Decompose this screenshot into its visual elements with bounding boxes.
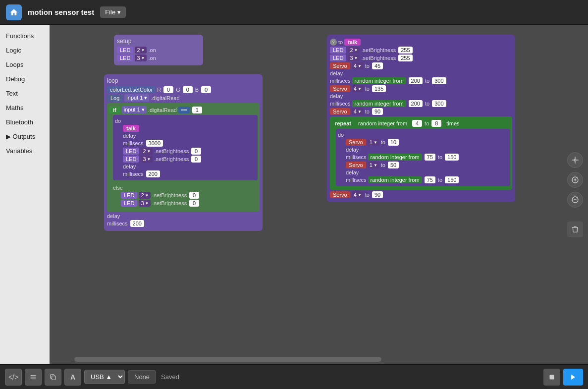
- if-val[interactable]: 1: [192, 107, 202, 113]
- crosshair-button[interactable]: [567, 152, 583, 168]
- canvas-area[interactable]: setup LED 2 .on LED 3 .on loop colorLed.…: [50, 25, 588, 364]
- else-block: else LED 2 .setBrightness 0 LED 3 .setBr…: [109, 182, 258, 210]
- b-val[interactable]: 0: [201, 86, 211, 93]
- servo1-val2[interactable]: 50: [388, 162, 399, 168]
- led-keyword: LED: [117, 47, 133, 54]
- rand3-to[interactable]: 8: [431, 120, 441, 127]
- repeat-row: repeat random integer from 4 to 8 times: [332, 119, 510, 127]
- g-val[interactable]: 0: [183, 86, 193, 93]
- led2-else-val[interactable]: 0: [189, 192, 199, 199]
- sidebar-item-bluetooth[interactable]: Bluetooth: [0, 115, 50, 129]
- stop-button[interactable]: [543, 369, 560, 386]
- home-button[interactable]: [6, 4, 22, 20]
- talk-led2-dropdown[interactable]: 2: [348, 47, 360, 54]
- sidebar-item-variables[interactable]: Variables: [0, 144, 50, 158]
- servo4-dropdown3[interactable]: 4: [352, 108, 364, 115]
- led3-dropdown[interactable]: 3: [135, 55, 147, 61]
- rand2-from[interactable]: 200: [409, 100, 423, 107]
- ms2-row: millisecs 200: [115, 170, 256, 177]
- font-button[interactable]: A: [64, 369, 81, 386]
- sidebar-item-functions[interactable]: Functions: [0, 29, 50, 43]
- do-kw: do: [115, 118, 121, 124]
- rand5-to[interactable]: 150: [445, 176, 459, 183]
- servo4-final-dropdown[interactable]: 4: [352, 191, 364, 198]
- trash-button[interactable]: [567, 222, 583, 237]
- setup-row-2: LED 3 .on: [117, 55, 200, 61]
- servo1-dropdown1[interactable]: 1: [368, 139, 379, 146]
- if-input-dropdown[interactable]: input 1 ▾: [122, 106, 147, 113]
- servo4-final-val[interactable]: 90: [372, 191, 383, 198]
- colorled-kw: colorLed.setColor: [107, 86, 156, 93]
- svg-rect-13: [52, 376, 56, 380]
- colorled-row: colorLed.setColor R 0 G 0 B 0: [107, 86, 260, 93]
- right-controls: [567, 152, 583, 237]
- sidebar-item-maths[interactable]: Maths: [0, 101, 50, 115]
- sidebar-item-outputs[interactable]: ▶ Outputs: [0, 129, 50, 144]
- horizontal-scrollbar[interactable]: [74, 357, 381, 362]
- rand3-from[interactable]: 4: [412, 120, 422, 127]
- repeat-ms1-row: millisecs random integer from 75 to 150: [338, 154, 508, 161]
- eq-box[interactable]: ==: [178, 107, 190, 113]
- servo4-row2: Servo 4 to 135: [330, 85, 512, 92]
- talk-led3-dropdown[interactable]: 3: [348, 55, 360, 61]
- r-val[interactable]: 0: [163, 86, 173, 93]
- none-select[interactable]: None: [128, 370, 156, 384]
- led3-set1-dropdown[interactable]: 3: [141, 156, 153, 163]
- loop-ms-val[interactable]: 200: [130, 220, 144, 227]
- servo1-dropdown2[interactable]: 1: [368, 162, 379, 168]
- rand1-to[interactable]: 300: [432, 77, 446, 84]
- zoom-in-button[interactable]: [567, 172, 583, 188]
- rand2-to[interactable]: 300: [432, 100, 446, 107]
- delay2-row: delay: [330, 93, 512, 99]
- main-area: Functions Logic Loops Debug Text Maths B…: [0, 25, 588, 364]
- repeat-ms2-row: millisecs random integer from 75 to 150: [338, 176, 508, 183]
- copy-button[interactable]: [45, 369, 61, 386]
- led2-set1-val[interactable]: 0: [191, 148, 201, 155]
- svg-point-0: [574, 159, 576, 161]
- rand4-from[interactable]: 75: [425, 154, 435, 161]
- rand4-to[interactable]: 150: [445, 154, 459, 161]
- servo4-val2[interactable]: 135: [372, 85, 386, 92]
- servo4-dropdown1[interactable]: 4: [352, 62, 364, 69]
- rand1-from[interactable]: 200: [409, 77, 423, 84]
- zoom-out-button[interactable]: [567, 192, 583, 208]
- led-keyword-2: LED: [117, 55, 133, 61]
- servo1-val1[interactable]: 10: [388, 139, 399, 146]
- servo4-val1[interactable]: 45: [372, 62, 383, 69]
- repeat-delay1-row: delay: [338, 147, 508, 153]
- led3-else-val[interactable]: 0: [189, 200, 199, 207]
- sidebar-item-debug[interactable]: Debug: [0, 72, 50, 86]
- sidebar-item-loops[interactable]: Loops: [0, 57, 50, 72]
- servo4-val3[interactable]: 90: [372, 108, 383, 115]
- run-button[interactable]: [563, 369, 583, 386]
- talk-led3-bright[interactable]: 255: [398, 55, 412, 61]
- talk-led2-row: LED 2 .setBrightness 255: [330, 47, 512, 54]
- talk-led2-bright[interactable]: 255: [398, 47, 412, 54]
- list-view-button[interactable]: [25, 369, 42, 386]
- led3-set1-val[interactable]: 0: [191, 156, 201, 163]
- sidebar-item-text[interactable]: Text: [0, 86, 50, 101]
- if-kw: if: [109, 107, 120, 113]
- led3-else-dropdown[interactable]: 3: [139, 200, 151, 207]
- ms1-val[interactable]: 3000: [146, 140, 163, 147]
- led2-set1-dropdown[interactable]: 2: [141, 148, 153, 155]
- on-label-2: .on: [148, 55, 156, 61]
- code-view-button[interactable]: </>: [5, 369, 22, 386]
- do-label-row: do: [115, 118, 256, 124]
- usb-select[interactable]: USB ▲: [84, 370, 125, 384]
- talk-kw: talk: [123, 125, 139, 132]
- led2-set1-row: LED 2 .setBrightness 0: [115, 148, 256, 155]
- svg-marker-15: [571, 374, 575, 380]
- servo4-dropdown2[interactable]: 4: [352, 85, 364, 92]
- log-row: Log input 1 ▾ .digitalRead: [107, 94, 260, 102]
- input-dropdown[interactable]: input 1 ▾: [124, 94, 149, 102]
- repeat-delay2-row: delay: [338, 169, 508, 175]
- sidebar-item-logic[interactable]: Logic: [0, 43, 50, 57]
- talk-header-kw: talk: [344, 39, 361, 46]
- led2-dropdown[interactable]: 2: [135, 47, 147, 54]
- led2-else-dropdown[interactable]: 2: [139, 192, 151, 199]
- ms2-val[interactable]: 200: [146, 170, 160, 177]
- file-menu[interactable]: File ▾: [100, 6, 126, 18]
- rand5-from[interactable]: 75: [425, 176, 435, 183]
- repeat-block: repeat random integer from 4 to 8 times …: [330, 116, 512, 190]
